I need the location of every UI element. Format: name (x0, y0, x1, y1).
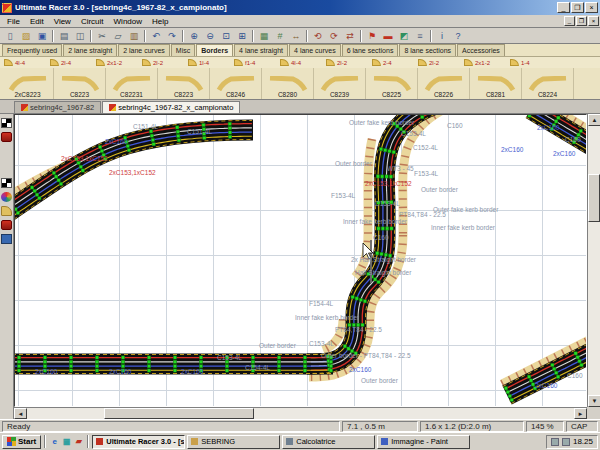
palette-item[interactable]: C8225 (366, 68, 418, 99)
layers-icon[interactable]: ≡ (413, 29, 428, 43)
palette-item[interactable]: C8226 (418, 68, 470, 99)
flag-icon[interactable]: ⚑ (365, 29, 380, 43)
undo-icon[interactable]: ↶ (149, 29, 164, 43)
parts-tab-frequently-used[interactable]: Frequently used (2, 44, 62, 56)
mdi-minimize-button[interactable]: _ (564, 16, 575, 26)
palette-item[interactable]: C8246 (210, 68, 262, 99)
palette-item[interactable]: C8224 (522, 68, 574, 99)
parts-tab-2-lane-curves[interactable]: 2 lane curves (118, 44, 170, 56)
palette-item[interactable]: 2xC8223 (2, 68, 54, 99)
parts-subcategory[interactable]: 2l-2 (326, 59, 372, 66)
grid-icon[interactable]: ▦ (257, 29, 272, 43)
start-button[interactable]: Start (2, 435, 41, 449)
menu-item-view[interactable]: View (49, 17, 76, 26)
doc-tab-sebring4c-1967-82-x-campionato[interactable]: sebring4c_1967-82_x_campionato (102, 101, 240, 113)
rotate-right-icon[interactable]: ⟳ (327, 29, 342, 43)
red-car-icon[interactable] (1, 220, 12, 230)
copy-icon[interactable]: ▱ (111, 29, 126, 43)
close-button[interactable]: × (585, 2, 598, 13)
car-manager-icon[interactable] (1, 132, 12, 142)
zoom-in-icon[interactable]: ⊕ (187, 29, 202, 43)
parts-subcategory[interactable]: 2x1-2 (96, 59, 142, 66)
parts-tab-4-lane-straight[interactable]: 4 lane straight (234, 44, 288, 56)
parts-tab-misc[interactable]: Misc (171, 44, 195, 56)
menu-item-window[interactable]: Window (109, 17, 147, 26)
zoom-fit-icon[interactable]: ⊡ (219, 29, 234, 43)
palette-item[interactable]: C82231 (106, 68, 158, 99)
parts-subcategory[interactable]: 2x1-2 (464, 59, 510, 66)
redo-icon[interactable]: ↷ (165, 29, 180, 43)
snap-icon[interactable]: # (273, 29, 288, 43)
parts-tab-2-lane-straight[interactable]: 2 lane straight (63, 44, 117, 56)
parts-tab-8-lane-sections[interactable]: 8 lane sections (399, 44, 456, 56)
parts-tab-6-lane-sections[interactable]: 6 lane sections (342, 44, 399, 56)
parts-subcategory[interactable]: 2-4 (372, 59, 418, 66)
print-preview-icon[interactable]: ◫ (73, 29, 88, 43)
parts-subcategory[interactable]: f1-4 (234, 59, 280, 66)
race-flags-icon[interactable] (1, 118, 12, 128)
mdi-close-button[interactable]: × (588, 16, 599, 26)
volume-icon[interactable] (551, 438, 559, 446)
zoom-out-icon[interactable]: ⊖ (203, 29, 218, 43)
display-icon[interactable] (562, 438, 570, 446)
flip-icon[interactable]: ⇄ (343, 29, 358, 43)
track-piece-icon[interactable] (1, 206, 12, 216)
parts-subcategory[interactable]: 2l-4 (50, 59, 96, 66)
parts-tab-4-lane-curves[interactable]: 4 lane curves (289, 44, 341, 56)
parts-subcategory[interactable]: 2l-2 (142, 59, 188, 66)
minimize-button[interactable]: _ (557, 2, 570, 13)
task-button-ultimate-racer-3-0-s[interactable]: Ultimate Racer 3.0 - [s... (92, 435, 185, 449)
paste-icon[interactable]: ▥ (127, 29, 142, 43)
parts-subcategory[interactable]: 1l-4 (188, 59, 234, 66)
scroll-up-button[interactable]: ▲ (588, 114, 600, 126)
ie-icon[interactable]: e (49, 436, 60, 447)
info-icon[interactable]: i (435, 29, 450, 43)
horizontal-scroll-thumb[interactable] (104, 408, 254, 419)
scroll-left-button[interactable]: ◄ (14, 408, 27, 419)
car-icon[interactable]: ▬ (381, 29, 396, 43)
parts-subcategory[interactable]: 4l-4 (4, 59, 50, 66)
measure-icon[interactable]: ↔ (289, 29, 304, 43)
horizontal-scrollbar[interactable]: ◄ ► (14, 407, 587, 419)
track-canvas[interactable]: C151-4LC151-4L2xC1602xC153,1xC1522xC153,… (14, 114, 587, 407)
mdi-restore-button[interactable]: ❐ (576, 16, 587, 26)
pit-lane-icon[interactable] (1, 234, 12, 244)
vertical-scroll-thumb[interactable] (588, 174, 600, 222)
restore-button[interactable]: ❐ (571, 2, 584, 13)
menu-item-edit[interactable]: Edit (25, 17, 49, 26)
palette-item[interactable]: C8223 (54, 68, 106, 99)
parts-subcategory[interactable]: 2l-2 (418, 59, 464, 66)
menu-item-file[interactable]: File (2, 17, 25, 26)
ur-icon[interactable]: ▰ (73, 436, 84, 447)
parts-subcategory[interactable]: 4l-4 (280, 59, 326, 66)
scroll-down-button[interactable]: ▼ (588, 395, 600, 407)
parts-tab-borders[interactable]: Borders (196, 44, 233, 56)
palette-icon[interactable]: ◩ (397, 29, 412, 43)
new-icon[interactable]: ▯ (3, 29, 18, 43)
task-button-sebring[interactable]: SEBRING (187, 435, 280, 449)
open-icon[interactable]: ▨ (19, 29, 34, 43)
title-bar[interactable]: Ultimate Racer 3.0 - [sebring4c_1967-82_… (0, 0, 600, 15)
print-icon[interactable]: ▤ (57, 29, 72, 43)
palette-item[interactable]: C8223 (158, 68, 210, 99)
cut-icon[interactable]: ✂ (95, 29, 110, 43)
vertical-scrollbar[interactable]: ▲ ▼ (587, 114, 600, 407)
small-flags-icon[interactable] (1, 178, 12, 188)
palette-item[interactable]: C8281 (470, 68, 522, 99)
task-button-calcolatrice[interactable]: Calcolatrice (282, 435, 375, 449)
desktop-icon[interactable]: ▦ (61, 436, 72, 447)
scroll-right-button[interactable]: ► (574, 408, 587, 419)
parts-tab-accessories[interactable]: Accessories (457, 44, 505, 56)
doc-tab-sebring4c-1967-82[interactable]: sebring4c_1967-82 (14, 101, 101, 113)
save-icon[interactable]: ▣ (35, 29, 50, 43)
menu-item-help[interactable]: Help (147, 17, 173, 26)
zoom-selection-icon[interactable]: ⊞ (235, 29, 250, 43)
palette-item[interactable]: C8239 (314, 68, 366, 99)
help-icon[interactable]: ? (451, 29, 466, 43)
parts-subcategory[interactable]: 1-4 (510, 59, 556, 66)
menu-item-circuit[interactable]: Circuit (76, 17, 109, 26)
rotate-left-icon[interactable]: ⟲ (311, 29, 326, 43)
palette-item[interactable]: C8280 (262, 68, 314, 99)
palette-icon[interactable] (1, 192, 12, 202)
task-button-immagine-paint[interactable]: Immagine - Paint (377, 435, 470, 449)
